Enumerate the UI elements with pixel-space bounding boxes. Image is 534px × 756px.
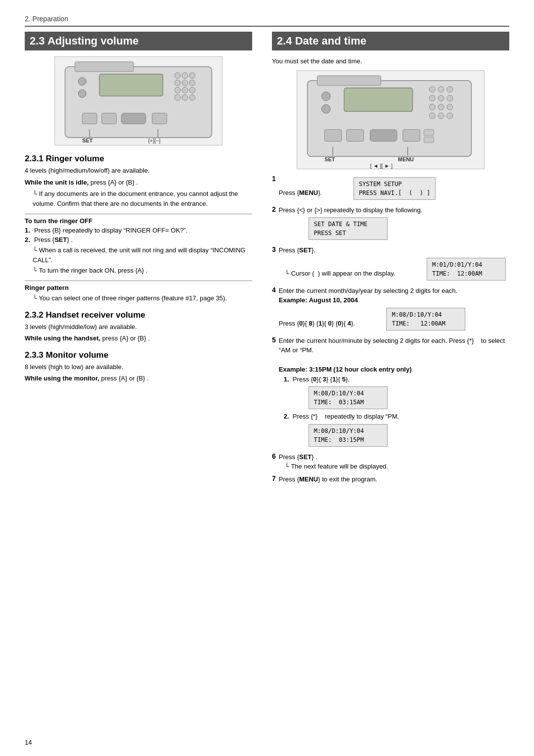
- step6-num: 6: [272, 452, 276, 460]
- step-1: 1 Press {MENU}. SYSTEM SETUPPRESS NAVI.[…: [272, 175, 509, 202]
- step-7: 7 Press {MENU} to exit the program.: [272, 474, 509, 484]
- svg-point-10: [189, 80, 195, 86]
- svg-text:[+][−]: [+][−]: [148, 138, 161, 143]
- lcd-5b: M:08/D:10/Y:04TIME: 03:15PM: [309, 424, 388, 447]
- sub233-while: While using the monitor, press {A} or {B…: [25, 374, 252, 383]
- step5-num: 5: [272, 336, 276, 344]
- step-3: 3 Press {SET}. └ Cursor ( ) will appear …: [272, 245, 509, 283]
- svg-rect-46: [424, 129, 434, 135]
- step3-content: Press {SET}. └ Cursor ( ) will appear on…: [279, 245, 509, 283]
- svg-point-38: [447, 104, 453, 110]
- svg-point-15: [182, 94, 188, 100]
- svg-rect-18: [102, 113, 117, 124]
- svg-point-30: [429, 86, 435, 92]
- right-column: 2.4 Date and time You must set the date …: [272, 32, 509, 487]
- svg-point-36: [429, 104, 435, 110]
- svg-rect-26: [317, 75, 381, 85]
- svg-rect-47: [424, 137, 434, 142]
- breadcrumb: 2. Preparation: [25, 15, 509, 27]
- step2-content: Press {<} or {>} repeatedly to display t…: [279, 205, 509, 243]
- step1-row: 1. Press {B} repeatedly to display “RING…: [25, 227, 252, 234]
- svg-point-4: [78, 90, 86, 97]
- while-idle-label: While the unit is idle,: [25, 179, 89, 186]
- svg-rect-19: [121, 113, 145, 124]
- section-24-intro: You must set the date and time.: [272, 56, 509, 66]
- step-2: 2 Press {<} or {>} repeatedly to display…: [272, 205, 509, 243]
- indent2a: └ When a call is received, the unit will…: [33, 245, 252, 265]
- svg-point-3: [78, 78, 86, 86]
- step2-num: 2: [272, 205, 276, 213]
- step1-num: 1.: [25, 227, 32, 234]
- step4-num: 4: [272, 286, 276, 294]
- step4-content: Enter the current month/day/year by sele…: [279, 286, 509, 333]
- svg-text:SET: SET: [82, 138, 92, 143]
- svg-rect-1: [75, 62, 134, 72]
- svg-point-12: [182, 87, 188, 93]
- svg-point-5: [175, 73, 180, 79]
- step-6: 6 Press {SET} . └ The next feature will …: [272, 452, 509, 472]
- svg-point-41: [447, 113, 453, 119]
- lcd-2: SET DATE & TIMEPRESS SET: [309, 217, 388, 240]
- step1-text: Press {B} repeatedly to display “RINGER …: [34, 227, 187, 234]
- svg-rect-2: [99, 74, 163, 96]
- step7-content: Press {MENU} to exit the program.: [279, 474, 509, 484]
- step3-num: 3: [272, 245, 276, 253]
- svg-point-28: [321, 92, 330, 100]
- sub231-while-idle: While the unit is idle, press {A} or {B}…: [25, 178, 252, 188]
- svg-rect-43: [347, 129, 364, 141]
- svg-point-35: [447, 95, 453, 101]
- step1-content: Press {MENU}. SYSTEM SETUPPRESS NAVI.[ (…: [279, 175, 509, 202]
- step7-num: 7: [272, 474, 276, 482]
- svg-rect-17: [82, 113, 97, 124]
- sub232-while: While using the handset, press {A} or {B…: [25, 333, 252, 343]
- sub233-intro: 8 levels (high to low) are available.: [25, 362, 252, 372]
- svg-point-6: [182, 73, 188, 79]
- svg-point-40: [438, 113, 444, 119]
- step2-text: Press {SET} .: [34, 236, 73, 243]
- sub231-intro: 4 levels (high/medium/low/off) are avail…: [25, 166, 252, 176]
- step5-content: Enter the current hour/minute by selecti…: [279, 336, 509, 449]
- svg-rect-45: [403, 129, 420, 141]
- svg-point-8: [175, 80, 180, 86]
- divider2: [25, 281, 252, 281]
- svg-text:[ ◄ ][ ► ]: [ ◄ ][ ► ]: [370, 163, 393, 169]
- svg-point-14: [175, 94, 180, 100]
- sub231-indent1: └ If any documents are in the document e…: [33, 189, 252, 209]
- step-5: 5 Enter the current hour/minute by selec…: [272, 336, 509, 449]
- step-4: 4 Enter the current month/day/year by se…: [272, 286, 509, 333]
- turn-off-title: To turn the ringer OFF: [25, 217, 252, 225]
- ringer-pattern-title: Ringer pattern: [25, 284, 252, 291]
- sub233-title: 2.3.3 Monitor volume: [25, 350, 252, 360]
- svg-text:MENU: MENU: [398, 156, 414, 162]
- ringer-pattern-text: └ You can select one of three ringer pat…: [33, 293, 252, 303]
- svg-point-16: [189, 94, 195, 100]
- svg-point-32: [447, 86, 453, 92]
- step2-row: 2. Press {SET} .: [25, 236, 252, 243]
- device-diagram-right: SET MENU [ ◄ ][ ► ]: [272, 70, 509, 171]
- svg-rect-42: [324, 129, 342, 141]
- left-column: 2.3 Adjusting volume: [25, 32, 252, 487]
- page-number: 14: [25, 739, 32, 746]
- svg-point-39: [429, 113, 435, 119]
- step1-num: 1: [272, 175, 276, 183]
- svg-point-9: [182, 80, 188, 86]
- svg-point-29: [321, 104, 330, 113]
- lcd-3: M:01/D:01/Y:04TIME: 12:00AM: [427, 258, 506, 281]
- section-24-header: 2.4 Date and time: [272, 32, 509, 50]
- sub231-title: 2.3.1 Ringer volume: [25, 154, 252, 164]
- indent2b: └ To turn the ringer back ON, press {A} …: [33, 266, 252, 276]
- svg-point-11: [175, 87, 180, 93]
- svg-text:SET: SET: [324, 156, 335, 162]
- sub232-title: 2.3.2 Handset receiver volume: [25, 310, 252, 320]
- section-23-header: 2.3 Adjusting volume: [25, 32, 252, 50]
- svg-point-7: [189, 73, 195, 79]
- sub232-intro: 3 levels (high/middle/low) are available…: [25, 322, 252, 332]
- svg-rect-20: [152, 113, 167, 124]
- svg-point-34: [438, 95, 444, 101]
- device-diagram-left: SET [+][−]: [25, 56, 252, 147]
- svg-point-33: [429, 95, 435, 101]
- svg-point-13: [189, 87, 195, 93]
- lcd-1: SYSTEM SETUPPRESS NAVI.[ ( ) ]: [354, 177, 436, 200]
- lcd-5a: M:08/D:10/Y:04TIME: 03:15AM: [309, 386, 388, 409]
- svg-point-31: [438, 86, 444, 92]
